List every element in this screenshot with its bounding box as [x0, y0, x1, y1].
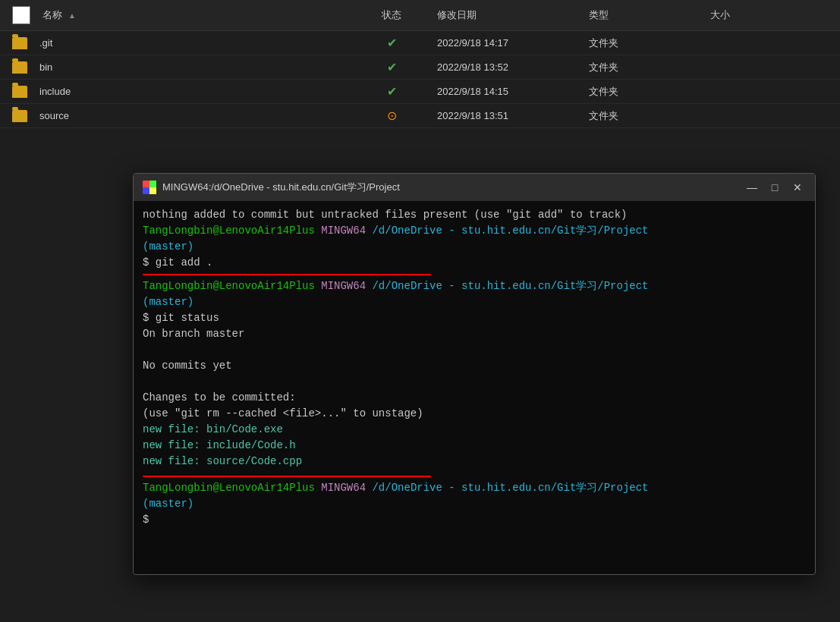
folder-icon-git [12, 37, 27, 49]
terminal-newfile-2: new file: include/Code.h [143, 438, 806, 454]
folder-icon-source [12, 110, 27, 122]
terminal-status-2: No commits yet [143, 358, 806, 374]
col-type-header: 类型 [589, 8, 710, 22]
terminal-status-blank2 [143, 374, 806, 390]
file-row-include[interactable]: include ✔ 2022/9/18 14:15 文件夹 [0, 80, 840, 104]
terminal-newfile-3: new file: source/Code.cpp [143, 454, 806, 470]
terminal-prompt-2-branch: (master) [143, 294, 806, 310]
terminal-prompt-1: TangLongbin@LenovoAir14Plus MINGW64 /d/O… [143, 223, 806, 239]
terminal-line-nothing: nothing added to commit but untracked fi… [143, 207, 806, 223]
minimize-button[interactable]: — [744, 179, 760, 196]
file-name-git: .git [39, 37, 52, 49]
terminal-window: MINGW64:/d/OneDrive - stu.hit.edu.cn/Git… [133, 173, 816, 575]
terminal-cmd-3: $ [143, 512, 806, 528]
terminal-titlebar: MINGW64:/d/OneDrive - stu.hit.edu.cn/Git… [134, 174, 815, 201]
folder-icon-include [12, 86, 27, 98]
terminal-status-1: On branch master [143, 326, 806, 342]
status-source: ⊙ [346, 108, 437, 123]
close-button[interactable]: ✕ [789, 179, 806, 196]
terminal-newfile-1: new file: bin/Code.exe [143, 422, 806, 438]
terminal-body[interactable]: nothing added to commit but untracked fi… [134, 201, 815, 574]
col-size-header: 大小 [710, 8, 771, 22]
select-all-checkbox[interactable] [12, 6, 30, 24]
date-source: 2022/9/18 13:51 [437, 110, 589, 121]
col-date-header: 修改日期 [437, 8, 589, 22]
divider-line-2 [143, 476, 431, 477]
file-row-bin[interactable]: bin ✔ 2022/9/18 13:52 文件夹 [0, 55, 840, 80]
type-source: 文件夹 [589, 109, 710, 123]
terminal-prompt-3-branch: (master) [143, 496, 806, 512]
file-name-include: include [39, 86, 71, 97]
status-bin: ✔ [346, 60, 437, 74]
terminal-title: MINGW64:/d/OneDrive - stu.hit.edu.cn/Git… [162, 181, 738, 194]
folder-icon-bin [12, 61, 27, 74]
date-include: 2022/9/18 14:15 [437, 86, 589, 97]
maximize-button[interactable]: □ [766, 179, 783, 196]
svg-rect-3 [149, 187, 156, 194]
status-git: ✔ [346, 36, 437, 50]
status-include: ✔ [346, 84, 437, 99]
terminal-status-4: (use "git rm --cached <file>..." to unst… [143, 406, 806, 422]
col-name-header: 名称 [42, 8, 62, 22]
date-bin: 2022/9/18 13:52 [437, 61, 589, 73]
sort-indicator: ▲ [68, 11, 76, 20]
file-name-bin: bin [39, 61, 52, 73]
terminal-prompt-1-branch: (master) [143, 239, 806, 255]
svg-rect-2 [143, 187, 149, 194]
terminal-app-icon [143, 181, 156, 194]
svg-rect-0 [143, 181, 149, 187]
terminal-prompt-3: TangLongbin@LenovoAir14Plus MINGW64 /d/O… [143, 480, 806, 496]
col-status-header: 状态 [346, 8, 437, 22]
type-git: 文件夹 [589, 36, 710, 50]
date-git: 2022/9/18 14:17 [437, 37, 589, 49]
type-bin: 文件夹 [589, 61, 710, 74]
file-name-source: source [39, 110, 69, 121]
explorer-header: 名称 ▲ 状态 修改日期 类型 大小 [0, 0, 840, 31]
terminal-cmd-2: $ git status [143, 310, 806, 326]
file-row-git[interactable]: .git ✔ 2022/9/18 14:17 文件夹 [0, 31, 840, 55]
svg-rect-1 [149, 181, 156, 187]
divider-line-1 [143, 274, 431, 275]
file-row-source[interactable]: source ⊙ 2022/9/18 13:51 文件夹 [0, 104, 840, 128]
terminal-status-3: Changes to be committed: [143, 390, 806, 406]
terminal-status-blank1 [143, 342, 806, 358]
type-include: 文件夹 [589, 85, 710, 99]
terminal-cmd-1: $ git add . [143, 255, 806, 271]
terminal-prompt-2: TangLongbin@LenovoAir14Plus MINGW64 /d/O… [143, 278, 806, 294]
